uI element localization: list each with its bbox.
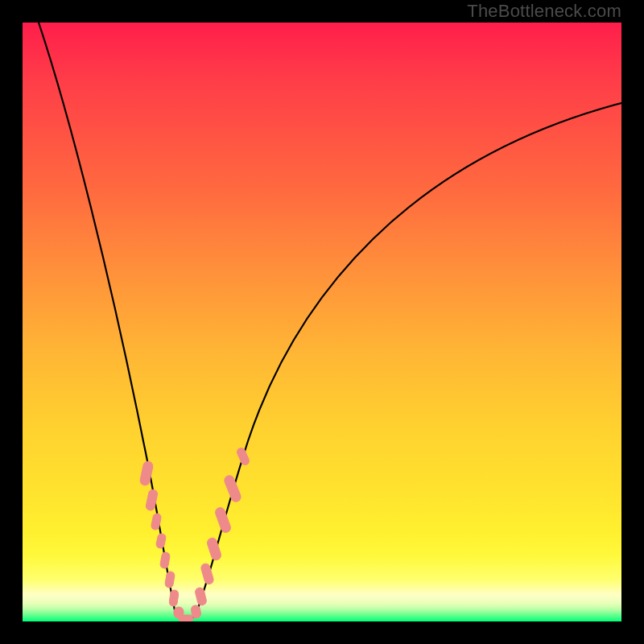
svg-rect-13 [214,506,232,534]
svg-rect-5 [164,571,175,588]
svg-rect-3 [155,533,167,549]
svg-rect-10 [194,587,207,606]
svg-rect-15 [236,447,250,466]
svg-rect-11 [200,563,215,585]
svg-rect-8 [179,615,193,621]
svg-rect-12 [206,537,222,561]
bottleneck-curve-path [39,23,621,620]
watermark-text: TheBottleneck.com [467,0,621,23]
chart-frame: TheBottleneck.com [0,0,644,644]
plot-area [23,23,621,621]
svg-rect-4 [159,551,170,568]
svg-rect-6 [169,589,180,606]
bottleneck-curve-svg [23,23,621,621]
curve-markers [139,447,250,621]
svg-rect-14 [223,474,242,503]
